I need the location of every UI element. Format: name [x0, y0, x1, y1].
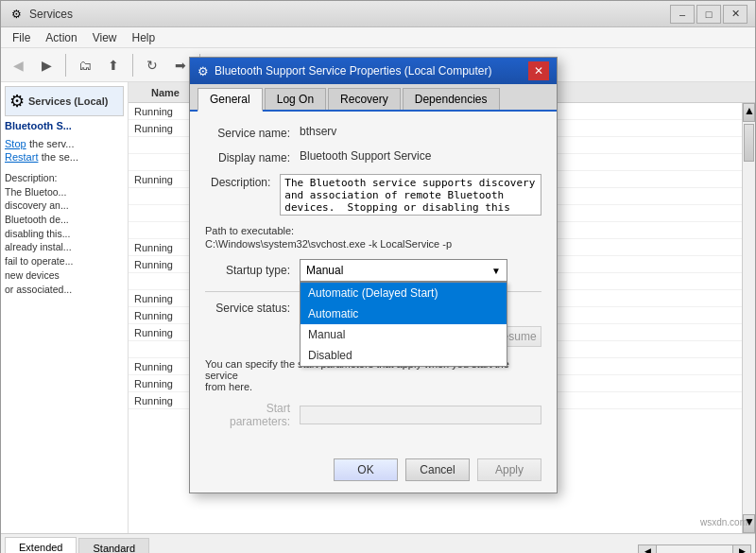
scrollbar-up-arrow[interactable]: ▲: [743, 103, 755, 122]
start-params-row: Start parameters:: [205, 402, 541, 428]
title-bar: ⚙ Services – □ ✕: [1, 1, 755, 27]
description-textarea[interactable]: The Bluetooth service supports discovery…: [280, 174, 541, 216]
forward-button[interactable]: ▶: [33, 52, 60, 78]
menu-bar: File Action View Help: [1, 27, 755, 48]
path-section: Path to executable: C:\Windows\system32\…: [205, 225, 541, 250]
scrollbar-track[interactable]: [657, 544, 732, 553]
dialog-tab-dependencies[interactable]: Dependencies: [403, 88, 500, 110]
dialog-tab-logon[interactable]: Log On: [265, 88, 326, 110]
up-button[interactable]: ⬆: [100, 52, 127, 78]
sidebar-service-name: Bluetooth S...: [5, 120, 124, 131]
dialog-tab-general[interactable]: General: [198, 88, 263, 112]
menu-file[interactable]: File: [5, 29, 38, 46]
toolbar-separator-1: [65, 54, 66, 77]
startup-type-current-value: Manual: [306, 264, 343, 277]
display-name-label: Display name:: [205, 149, 300, 164]
back-button[interactable]: ◀: [5, 52, 31, 78]
stop-link[interactable]: Stop: [5, 138, 26, 149]
description-row: Description: The Bluetooth service suppo…: [205, 174, 541, 216]
dialog-tab-recovery[interactable]: Recovery: [328, 88, 401, 110]
description-label: Description:: [205, 174, 280, 189]
dropdown-option-manual[interactable]: Manual: [301, 324, 507, 345]
refresh-button[interactable]: ↻: [139, 52, 165, 78]
dialog-footer: OK Cancel Apply: [190, 451, 557, 493]
tab-bar: Extended Standard ◀ ▶: [1, 533, 755, 553]
tab-standard[interactable]: Standard: [78, 538, 149, 553]
menu-view[interactable]: View: [85, 29, 125, 46]
sidebar-title: Services (Local): [28, 94, 108, 109]
startup-dropdown-menu: Automatic (Delayed Start) Automatic Manu…: [300, 282, 507, 367]
scroll-right-arrow[interactable]: ▶: [732, 544, 751, 553]
properties-dialog: ⚙ Bluetooth Support Service Properties (…: [189, 57, 558, 493]
scrollbar-thumb[interactable]: [744, 124, 753, 162]
cancel-button[interactable]: Cancel: [405, 458, 470, 481]
ok-button[interactable]: OK: [334, 458, 398, 481]
dropdown-arrow-icon: ▼: [491, 266, 501, 276]
start-params-label: Start parameters:: [205, 402, 300, 428]
dialog-icon: ⚙: [198, 64, 209, 78]
sidebar: ⚙ Services (Local) Bluetooth S... Stop t…: [1, 82, 129, 533]
tab-extended[interactable]: Extended: [5, 537, 77, 553]
window-title: Services: [29, 8, 670, 21]
dropdown-option-automatic[interactable]: Automatic: [301, 303, 507, 324]
dropdown-option-auto-delayed[interactable]: Automatic (Delayed Start): [301, 283, 507, 303]
start-params-input[interactable]: [300, 406, 541, 424]
app-icon: ⚙: [9, 7, 24, 22]
display-name-row: Display name: Bluetooth Support Service: [205, 149, 541, 164]
service-name-label: Service name:: [205, 125, 300, 140]
scrollbar-vertical[interactable]: ▲ ▼: [742, 103, 755, 533]
dialog-tabs: General Log On Recovery Dependencies: [190, 84, 557, 112]
sidebar-description: Description: The Bluetoo... discovery an…: [5, 171, 124, 296]
service-name-row: Service name: bthserv: [205, 125, 541, 140]
startup-type-dropdown-container: Manual ▼ Automatic (Delayed Start) Autom…: [300, 259, 507, 282]
maximize-button[interactable]: □: [696, 5, 721, 24]
menu-help[interactable]: Help: [125, 29, 163, 46]
apply-button[interactable]: Apply: [477, 458, 541, 481]
horizontal-scrollbar: ◀ ▶: [638, 544, 751, 553]
dialog-content: Service name: bthserv Display name: Blue…: [190, 112, 557, 451]
menu-action[interactable]: Action: [38, 29, 84, 46]
sidebar-links: Stop the serv... Restart the se...: [5, 137, 124, 164]
path-value: C:\Windows\system32\svchost.exe -k Local…: [205, 238, 541, 250]
title-bar-buttons: – □ ✕: [670, 5, 747, 24]
scroll-left-arrow[interactable]: ◀: [638, 544, 657, 553]
sidebar-header: ⚙ Services (Local): [5, 86, 124, 116]
restart-link[interactable]: Restart: [5, 151, 38, 163]
startup-type-row: Startup type: Manual ▼ Automatic (Delaye…: [205, 259, 541, 282]
watermark: wsxdn.com: [700, 517, 747, 527]
service-status-label: Service status:: [205, 302, 300, 315]
service-name-value: bthserv: [300, 125, 541, 138]
startup-type-dropdown[interactable]: Manual ▼: [300, 259, 507, 282]
path-label: Path to executable:: [205, 225, 541, 236]
dialog-close-button[interactable]: ✕: [528, 61, 549, 80]
dialog-title: Bluetooth Support Service Properties (Lo…: [215, 64, 528, 78]
display-name-value: Bluetooth Support Service: [300, 149, 541, 163]
minimize-button[interactable]: –: [670, 5, 695, 24]
dialog-title-bar: ⚙ Bluetooth Support Service Properties (…: [190, 58, 557, 84]
show-hide-tree-button[interactable]: 🗂: [72, 52, 98, 78]
toolbar-separator-2: [132, 54, 133, 77]
close-button[interactable]: ✕: [723, 5, 747, 24]
startup-type-label: Startup type:: [205, 264, 300, 277]
dropdown-option-disabled[interactable]: Disabled: [301, 345, 507, 366]
